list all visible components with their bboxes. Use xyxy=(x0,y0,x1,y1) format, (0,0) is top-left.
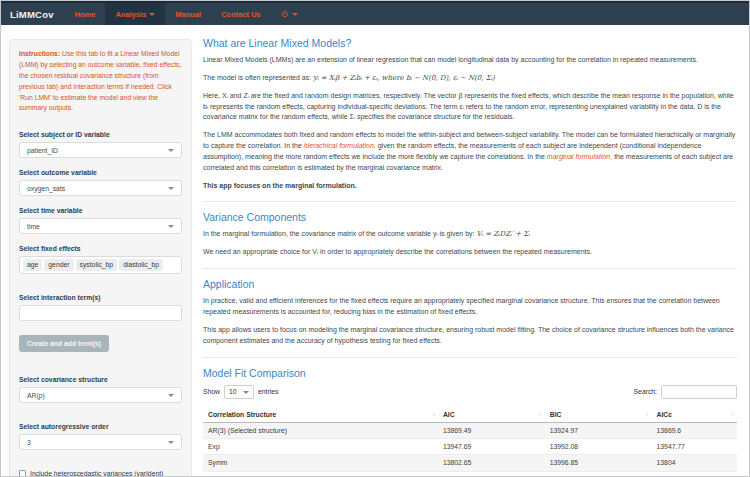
header-label: Correlation Structure xyxy=(208,411,276,418)
lmm-paragraph-3: Here, Xᵢ and Zᵢ are the fixed and random… xyxy=(203,91,737,124)
navbar: LiMMCov Home Analysis Manual Contact Us xyxy=(1,1,749,25)
interaction-input[interactable] xyxy=(19,305,182,321)
chevron-down-icon xyxy=(168,441,174,444)
header-label: AICc xyxy=(657,411,673,418)
subject-id-group: Select subject or ID variable patient_ID xyxy=(19,131,182,158)
time-label: Select time variable xyxy=(19,207,182,214)
page-content: Instructions: Use this tab to fit a Line… xyxy=(1,25,749,477)
power-icon xyxy=(281,10,289,18)
time-select[interactable]: time xyxy=(19,218,182,234)
section-divider xyxy=(203,201,737,202)
cell-structure: Symm xyxy=(203,455,438,471)
application-paragraph-1: In practice, valid and efficient inferen… xyxy=(203,296,737,318)
cell-aicc: 13958.84 xyxy=(652,471,737,477)
table-row: AR(3) (Selected structure) 13869.49 1392… xyxy=(203,422,737,438)
interaction-group: Select interaction term(s) xyxy=(19,294,182,321)
app-focus-note: This app focuses on the marginal formula… xyxy=(203,181,737,192)
search-input[interactable] xyxy=(661,385,737,399)
table-row: CompSymm 13958.77 14003.15 13958.84 xyxy=(203,471,737,477)
fixed-effect-token[interactable]: gender xyxy=(44,259,73,271)
app-brand: LiMMCov xyxy=(1,3,65,25)
variance-paragraph-1: In the marginal formulation, the covaria… xyxy=(203,229,737,240)
main-panel: What are Linear Mixed Models? Linear Mix… xyxy=(192,35,739,477)
cell-aic: 13869.49 xyxy=(438,422,545,438)
fixed-effect-token[interactable]: age xyxy=(23,259,42,271)
model-formula-prefix: The model is often represented as: xyxy=(203,74,313,81)
nav-item-power-menu[interactable] xyxy=(271,3,308,25)
fixed-effects-multiselect[interactable]: age gender systolic_bp diastolic_bp xyxy=(19,256,182,274)
lmm-paragraph-2: The model is often represented as: yᵢ = … xyxy=(203,73,737,84)
create-terms-button[interactable]: Create and add term(s) xyxy=(19,335,109,352)
outcome-group: Select outcome variable oxygen_sats xyxy=(19,169,182,196)
outcome-select[interactable]: oxygen_sats xyxy=(19,180,182,196)
lmm-paragraph-1: Linear Mixed Models (LMMs) are an extens… xyxy=(203,55,737,66)
section-divider xyxy=(203,268,737,269)
marginal-formulation-link[interactable]: marginal formulation, xyxy=(547,153,612,160)
page-length-value: 10 xyxy=(229,388,237,395)
nav-item-home[interactable]: Home xyxy=(65,3,106,25)
page-length-select[interactable]: 10 xyxy=(224,385,254,399)
subject-id-label: Select subject or ID variable xyxy=(19,131,182,138)
show-entries-control: Show 10 entries xyxy=(203,385,278,399)
nav-analysis-label: Analysis xyxy=(115,10,146,19)
cell-aic: 13958.77 xyxy=(438,471,545,477)
cell-structure: Exp xyxy=(203,438,438,454)
cell-aic: 13802.65 xyxy=(438,455,545,471)
table-header-row: Correlation Structure↕ AIC↕ BIC↕ AICc↕ xyxy=(203,407,737,423)
fixed-effects-label: Select fixed effects xyxy=(19,245,182,252)
cell-aicc: 13804 xyxy=(652,455,737,471)
section-divider xyxy=(203,357,737,358)
varident-checkbox-row: Include heteroscedastic variances (varId… xyxy=(19,470,182,477)
cell-bic: 14003.15 xyxy=(545,471,652,477)
sort-icon: ↕ xyxy=(731,411,734,417)
header-aic[interactable]: AIC↕ xyxy=(438,407,545,423)
ar-order-select[interactable]: 3 xyxy=(19,434,182,450)
subject-id-select[interactable]: patient_ID xyxy=(19,142,182,158)
ar-order-value: 3 xyxy=(27,439,31,446)
variance-formula-prefix: In the marginal formulation, the covaria… xyxy=(203,230,476,237)
nav-home-label: Home xyxy=(75,10,96,19)
sort-icon: ↕ xyxy=(646,411,649,417)
covariance-select[interactable]: AR(p) xyxy=(19,387,182,403)
chevron-down-icon xyxy=(168,394,174,397)
time-group: Select time variable time xyxy=(19,207,182,234)
fixed-effect-token[interactable]: diastolic_bp xyxy=(119,259,163,271)
header-aicc[interactable]: AICc↕ xyxy=(652,407,737,423)
entries-label: entries xyxy=(258,388,278,395)
cell-structure: AR(3) (Selected structure) xyxy=(203,422,438,438)
covariance-group: Select covariance structure AR(p) xyxy=(19,376,182,403)
nav-item-manual[interactable]: Manual xyxy=(165,3,211,25)
section-title-model-fit: Model Fit Comparison xyxy=(203,367,737,379)
subject-id-value: patient_ID xyxy=(27,147,58,154)
nav-contact-label: Contact Us xyxy=(221,10,261,19)
interaction-label: Select interaction term(s) xyxy=(19,294,182,301)
chevron-down-icon xyxy=(168,187,174,190)
header-bic[interactable]: BIC↕ xyxy=(545,407,652,423)
covariance-label: Select covariance structure xyxy=(19,376,182,383)
application-paragraph-2: This app allows users to focus on modeli… xyxy=(203,325,737,347)
cell-bic: 13992.08 xyxy=(545,438,652,454)
chevron-down-icon xyxy=(243,391,249,394)
cell-structure: CompSymm xyxy=(203,471,438,477)
header-correlation-structure[interactable]: Correlation Structure↕ xyxy=(203,407,438,423)
variance-formula: Vᵢ = ZᵢDZᵢ′ + Σᵢ xyxy=(476,230,529,238)
table-row: Symm 13802.65 13996.85 13804 xyxy=(203,455,737,471)
sidebar-panel: Instructions: Use this tab to fit a Line… xyxy=(9,39,192,477)
model-fit-table: Correlation Structure↕ AIC↕ BIC↕ AICc↕ A… xyxy=(203,407,737,477)
model-formula: yᵢ = Xᵢβ + Zᵢbᵢ + εᵢ, where bᵢ ∼ N(0, D)… xyxy=(313,74,495,82)
fixed-effect-token[interactable]: systolic_bp xyxy=(76,259,118,271)
hierarchical-formulation-link[interactable]: hierachical formulation, xyxy=(304,142,376,149)
show-label: Show xyxy=(203,388,220,395)
time-value: time xyxy=(27,223,40,230)
cell-bic: 13924.97 xyxy=(545,422,652,438)
varident-checkbox[interactable] xyxy=(19,470,26,477)
nav-item-contact[interactable]: Contact Us xyxy=(211,3,271,25)
nav-item-analysis[interactable]: Analysis xyxy=(105,3,165,25)
search-label: Search: xyxy=(634,388,657,395)
instructions-text: Instructions: Use this tab to fit a Line… xyxy=(19,49,182,114)
table-row: Exp 13947.69 13992.08 13947.77 xyxy=(203,438,737,454)
header-label: AIC xyxy=(443,411,455,418)
outcome-value: oxygen_sats xyxy=(27,185,65,192)
chevron-down-icon xyxy=(168,149,174,152)
lmm-paragraph-4: The LMM accommodates both fixed and rand… xyxy=(203,130,737,173)
